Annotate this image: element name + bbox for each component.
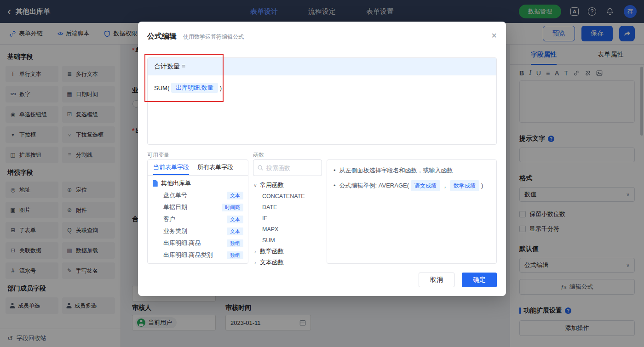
- type-badge: 数组: [227, 251, 243, 259]
- function-item[interactable]: MAPX: [253, 224, 322, 235]
- formula-editor[interactable]: 合计数量 = SUM( 出库明细.数量 ): [147, 57, 497, 145]
- function-search-input[interactable]: [266, 165, 318, 171]
- functions-label: 函数: [253, 151, 264, 159]
- bullet-icon: •: [334, 165, 336, 176]
- app-root: ‹ 其他出库单 表单设计 流程设定 表单设置 数据管理 A ? 存 表单外链 <…: [0, 0, 644, 347]
- variable-row[interactable]: 客户文本: [148, 213, 248, 225]
- modal-panels: 当前表单字段 所有表单字段 其他出库单 盘点单号文本 单据日期时间戳 客户文本 …: [147, 159, 497, 264]
- bullet-icon: •: [334, 181, 336, 191]
- document-icon: [152, 180, 158, 187]
- type-badge: 文本: [227, 192, 243, 199]
- search-icon: [257, 165, 264, 171]
- modal-title: 公式编辑: [147, 32, 177, 41]
- formula-target-bar: 合计数量 =: [148, 58, 496, 75]
- formula-help-panel: • 从左侧面板选择字段名和函数，或输入函数 • 公式编辑举例: AVERAGE(…: [327, 159, 497, 264]
- modal-header: 公式编辑 使用数学运算符编辑公式 ×: [138, 22, 506, 41]
- function-group-common[interactable]: ∨常用函数: [253, 180, 322, 191]
- variables-root-node[interactable]: 其他出库单: [148, 176, 248, 189]
- chevron-right-icon: ›: [253, 260, 258, 265]
- variables-tabs: 当前表单字段 所有表单字段: [148, 160, 248, 176]
- formula-function: SUM(: [154, 85, 169, 91]
- variables-label: 可用变量: [147, 151, 169, 159]
- variable-row[interactable]: 出库明细.商品类别数组: [148, 249, 248, 261]
- type-badge: 数组: [227, 239, 243, 247]
- function-search[interactable]: [253, 159, 322, 176]
- function-item[interactable]: CONCATENATE: [253, 191, 322, 202]
- type-badge: 文本: [227, 216, 243, 223]
- function-tree: ∨常用函数 CONCATENATE DATE IF MAPX SUM ›数学函数…: [253, 180, 322, 268]
- modal-subtitle: 使用数学运算符编辑公式: [183, 33, 244, 41]
- example-field-chip: 数学成绩: [450, 180, 479, 191]
- help-line: • 从左侧面板选择字段名和函数，或输入函数: [334, 165, 490, 176]
- variables-panel: 当前表单字段 所有表单字段 其他出库单 盘点单号文本 单据日期时间戳 客户文本 …: [147, 159, 248, 264]
- formula-editor-modal: 公式编辑 使用数学运算符编辑公式 × 合计数量 = SUM( 出库明细.数量 )…: [138, 22, 506, 296]
- type-badge: 文本: [227, 228, 243, 235]
- formula-expression[interactable]: SUM( 出库明细.数量 ): [148, 75, 496, 100]
- variable-row[interactable]: 盘点单号文本: [148, 189, 248, 201]
- close-icon[interactable]: ×: [491, 31, 497, 40]
- functions-panel: ∨常用函数 CONCATENATE DATE IF MAPX SUM ›数学函数…: [253, 159, 322, 264]
- chevron-down-icon: ∨: [253, 183, 258, 188]
- example-field-chip: 语文成绩: [411, 180, 440, 191]
- variable-row[interactable]: 出库明细.商品数组: [148, 237, 248, 249]
- tab-all-form-fields[interactable]: 所有表单字段: [197, 160, 233, 175]
- variable-row[interactable]: 业务类别文本: [148, 225, 248, 237]
- type-badge: 时间戳: [222, 204, 243, 211]
- chevron-right-icon: ›: [253, 249, 258, 254]
- function-item[interactable]: SUM: [253, 235, 322, 246]
- tab-current-form-fields[interactable]: 当前表单字段: [153, 160, 189, 175]
- function-group-text[interactable]: ›文本函数: [253, 257, 322, 268]
- confirm-button[interactable]: 确定: [462, 273, 497, 287]
- cancel-button[interactable]: 取消: [419, 273, 454, 287]
- formula-close-paren: ): [220, 85, 222, 91]
- modal-footer: 取消 确定: [419, 273, 497, 287]
- function-item[interactable]: IF: [253, 213, 322, 224]
- variable-row[interactable]: 单据日期时间戳: [148, 201, 248, 213]
- formula-target: 合计数量 =: [154, 63, 185, 71]
- help-line-example: • 公式编辑举例: AVERAGE( 语文成绩 ， 数学成绩 ): [334, 180, 490, 191]
- function-group-math[interactable]: ›数学函数: [253, 246, 322, 257]
- formula-field-chip[interactable]: 出库明细.数量: [171, 83, 218, 93]
- function-item[interactable]: DATE: [253, 202, 322, 213]
